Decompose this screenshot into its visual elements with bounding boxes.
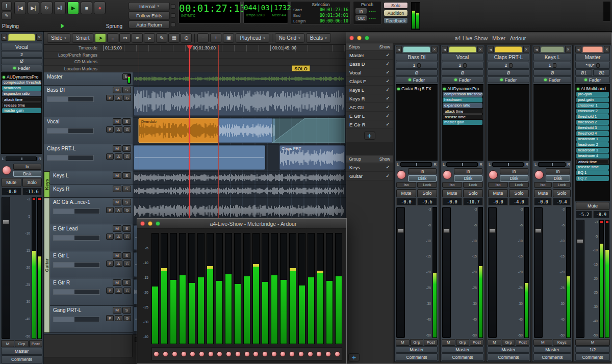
- goto-start-button[interactable]: |◀: [14, 2, 26, 14]
- monitor-disk-button[interactable]: Disk: [408, 175, 437, 181]
- monitor-disk-button[interactable]: Disk: [546, 175, 570, 181]
- plugin-control-headroom[interactable]: headroom: [443, 97, 482, 102]
- strip-bottom-button-post[interactable]: Post: [29, 340, 42, 347]
- strip-color-chip[interactable]: [449, 46, 476, 53]
- gain-display[interactable]: -0.0: [488, 198, 508, 205]
- zoom-in-button[interactable]: +: [210, 33, 221, 43]
- strip-bottom-button-m[interactable]: M: [396, 339, 410, 346]
- plugin-control-release-time[interactable]: release time: [443, 114, 482, 119]
- record-arm-button[interactable]: [234, 351, 241, 357]
- mute-button[interactable]: Mute: [488, 189, 508, 197]
- fader-slider[interactable]: [2, 197, 10, 339]
- track-p-button[interactable]: P: [106, 153, 114, 160]
- close-window-icon[interactable]: [140, 221, 145, 226]
- record-arm-button[interactable]: [534, 170, 544, 179]
- mixer-titlebar[interactable]: a4-Live-Show - Mixer - Ardour: [346, 33, 611, 43]
- group-tab-guitar[interactable]: Guitar: [44, 198, 50, 333]
- solo-button[interactable]: Solo: [509, 189, 529, 197]
- comments-button[interactable]: Comments: [1, 355, 42, 363]
- plugin-control-post-gain[interactable]: post-gain: [576, 97, 609, 102]
- feedback-button[interactable]: Feedback: [384, 17, 408, 24]
- strip-bottom-button-keys[interactable]: Keys: [553, 339, 572, 346]
- track-mute-button[interactable]: M: [113, 118, 121, 125]
- peak-display[interactable]: -10.7: [463, 198, 483, 205]
- strip-color-chip[interactable]: [541, 46, 564, 53]
- track-gain-fader[interactable]: [53, 209, 100, 214]
- record-arm-button[interactable]: [189, 351, 196, 357]
- track-g-button[interactable]: G: [123, 288, 131, 294]
- input-options-icon[interactable]: [596, 63, 600, 68]
- strip-fader-button[interactable]: Fader: [533, 76, 571, 83]
- record-button[interactable]: ●: [94, 2, 106, 14]
- strip-scroll-left-icon[interactable]: ◂: [533, 46, 540, 53]
- track-mute-button[interactable]: M: [113, 172, 121, 179]
- strip-bottom-button-m[interactable]: M: [533, 339, 552, 346]
- gain-display[interactable]: -0.0: [442, 198, 462, 205]
- zoom-out-button[interactable]: −: [197, 33, 209, 43]
- loop-button[interactable]: ↻: [41, 2, 53, 14]
- strip-scroll-left-icon[interactable]: ◂: [396, 46, 402, 53]
- monitor-input-button[interactable]: In: [546, 168, 570, 174]
- track-solo-button[interactable]: S: [122, 87, 131, 93]
- pan-slider[interactable]: [6, 157, 37, 161]
- track-g-button[interactable]: G: [123, 261, 131, 267]
- meterbridge-titlebar[interactable]: a4-Live-Show - Meterbridge - Ardour: [137, 219, 346, 229]
- strip-input-button[interactable]: 2: [442, 62, 483, 69]
- fader-slider[interactable]: [576, 220, 584, 338]
- track-gain-fader[interactable]: [47, 155, 94, 161]
- strip-color-chip[interactable]: [403, 46, 430, 53]
- fader-handle[interactable]: [397, 228, 404, 233]
- track-g-button[interactable]: G: [123, 233, 131, 240]
- fader-handle[interactable]: [3, 220, 9, 224]
- fader-handle[interactable]: [443, 228, 450, 233]
- mute-button[interactable]: Mute: [442, 189, 462, 197]
- punch-out-button[interactable]: Out: [355, 15, 367, 21]
- track-g-button[interactable]: G: [123, 207, 131, 213]
- play-button[interactable]: ▶: [67, 2, 79, 14]
- track-mute-button[interactable]: M: [113, 279, 121, 286]
- playhead-marker-icon[interactable]: [187, 45, 193, 50]
- strip-phase-button[interactable]: Ø: [442, 69, 483, 76]
- plugin-control-expansion-ratio[interactable]: expansion ratio: [443, 103, 482, 108]
- strip-bottom-button-post[interactable]: Post: [470, 339, 483, 346]
- track-p-button[interactable]: P: [106, 315, 114, 321]
- strip-close-icon[interactable]: ×: [431, 46, 438, 53]
- strip-name-button[interactable]: Vocal: [1, 43, 42, 50]
- track-color-chip[interactable]: [8, 34, 35, 41]
- plugin-control-headroom[interactable]: headroom: [2, 86, 41, 91]
- goto-end-button[interactable]: ▶|: [28, 2, 39, 14]
- track-solo-button[interactable]: S: [122, 199, 131, 205]
- plugin-control-expansion-ratio[interactable]: expansion ratio: [2, 91, 41, 96]
- strip-scroll-left-icon[interactable]: ◂: [1, 34, 7, 41]
- track-gain-fader[interactable]: [47, 128, 94, 134]
- comments-button[interactable]: Comments: [575, 353, 610, 361]
- mute-button[interactable]: Mute: [534, 189, 552, 197]
- track-mute-button[interactable]: M: [113, 225, 121, 232]
- grab-tool-icon[interactable]: ➤: [95, 33, 106, 43]
- fader-slider[interactable]: [488, 207, 497, 338]
- peak-display[interactable]: -4.0: [509, 198, 529, 205]
- record-arm-button[interactable]: [171, 351, 178, 357]
- record-arm-button[interactable]: [316, 351, 323, 357]
- close-window-icon[interactable]: [349, 36, 354, 40]
- strip-input-button[interactable]: 2: [488, 62, 529, 69]
- add-strip-button[interactable]: +: [364, 132, 375, 140]
- gain-display[interactable]: -0.0: [534, 198, 552, 205]
- track-a-button[interactable]: A: [115, 315, 122, 321]
- strip-color-chip[interactable]: [582, 46, 603, 53]
- strips-list-item-claps-f[interactable]: Claps F✓: [346, 77, 393, 86]
- track-g-button[interactable]: G: [123, 126, 131, 133]
- record-arm-button[interactable]: [180, 351, 187, 357]
- output-button[interactable]: Master: [442, 346, 483, 353]
- track-header-e-gtr-r[interactable]: E Gtr RMSPAG: [50, 278, 133, 306]
- track-mute-button[interactable]: M: [113, 87, 121, 93]
- monitor-disk-button[interactable]: Disk: [500, 175, 528, 181]
- record-arm-button[interactable]: [489, 170, 498, 179]
- global-solo-button[interactable]: Solo: [384, 2, 408, 9]
- track-header-master[interactable]: MasterM: [44, 72, 133, 86]
- record-arm-button[interactable]: [216, 351, 223, 357]
- plugin-control-crossover-1[interactable]: crossover 1: [576, 103, 609, 108]
- group-tab-keys[interactable]: Keys: [44, 171, 50, 198]
- gain-display[interactable]: -0.0: [2, 188, 21, 195]
- plugin-control-master-gain[interactable]: master gain: [2, 108, 41, 113]
